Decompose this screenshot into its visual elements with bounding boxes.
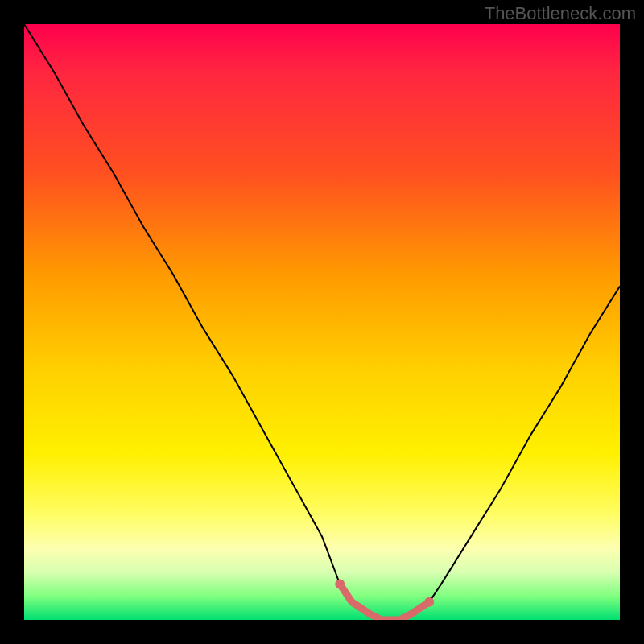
bottleneck-curve (24, 24, 620, 620)
optimal-band-line (340, 584, 429, 620)
optimal-band-dot (424, 597, 434, 607)
watermark-text: TheBottleneck.com (485, 3, 636, 24)
chart-plot-area (24, 24, 620, 620)
optimal-band-dot (335, 580, 345, 589)
chart-svg (24, 24, 620, 620)
optimal-band-markers (335, 580, 434, 620)
